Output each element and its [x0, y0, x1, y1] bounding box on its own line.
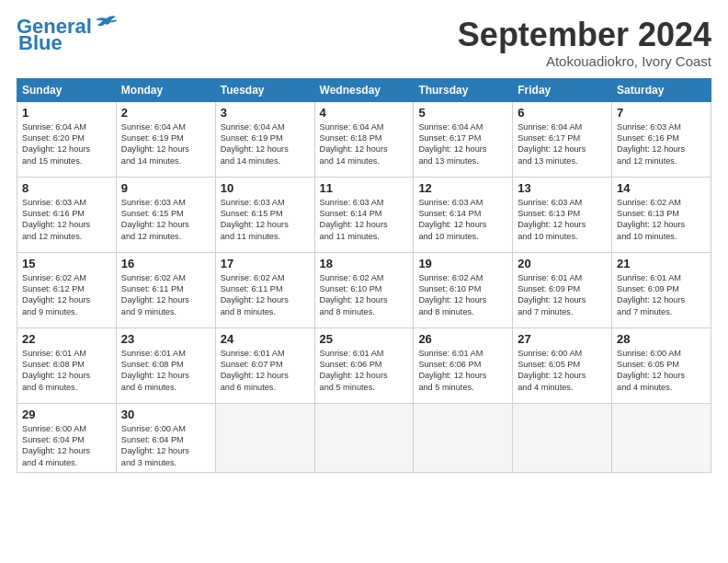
table-row: 26Sunrise: 6:01 AMSunset: 6:06 PMDayligh… — [414, 327, 513, 403]
day-info: Sunrise: 6:03 AMSunset: 6:14 PMDaylight:… — [418, 197, 507, 243]
table-row: 15Sunrise: 6:02 AMSunset: 6:12 PMDayligh… — [17, 252, 117, 327]
table-row: 23Sunrise: 6:01 AMSunset: 6:08 PMDayligh… — [116, 327, 215, 403]
day-number: 14 — [617, 181, 706, 195]
day-info: Sunrise: 6:04 AMSunset: 6:20 PMDaylight:… — [22, 121, 111, 167]
logo-blue: Blue — [18, 31, 63, 55]
day-info: Sunrise: 6:01 AMSunset: 6:08 PMDaylight:… — [22, 348, 111, 394]
table-row: 13Sunrise: 6:03 AMSunset: 6:13 PMDayligh… — [513, 177, 612, 252]
day-number: 1 — [22, 106, 111, 120]
col-wednesday: Wednesday — [314, 78, 414, 101]
logo: General Blue — [17, 17, 119, 55]
header: General Blue September 2024 Atokouadiokr… — [17, 17, 711, 69]
day-info: Sunrise: 6:03 AMSunset: 6:15 PMDaylight:… — [221, 197, 310, 243]
table-row: 25Sunrise: 6:01 AMSunset: 6:06 PMDayligh… — [314, 327, 414, 403]
day-number: 24 — [221, 332, 310, 346]
calendar-week-1: 1Sunrise: 6:04 AMSunset: 6:20 PMDaylight… — [17, 101, 711, 177]
calendar-week-5: 29Sunrise: 6:00 AMSunset: 6:04 PMDayligh… — [17, 403, 711, 473]
col-tuesday: Tuesday — [215, 78, 314, 101]
day-info: Sunrise: 6:01 AMSunset: 6:06 PMDaylight:… — [418, 348, 507, 394]
table-row: 11Sunrise: 6:03 AMSunset: 6:14 PMDayligh… — [314, 177, 414, 252]
calendar-week-3: 15Sunrise: 6:02 AMSunset: 6:12 PMDayligh… — [17, 252, 711, 327]
calendar-header-row: Sunday Monday Tuesday Wednesday Thursday… — [17, 78, 711, 101]
day-info: Sunrise: 6:02 AMSunset: 6:13 PMDaylight:… — [617, 197, 706, 243]
day-number: 15 — [22, 257, 111, 270]
table-row: 8Sunrise: 6:03 AMSunset: 6:16 PMDaylight… — [17, 177, 117, 252]
logo-bird-icon — [94, 15, 119, 35]
day-number: 22 — [22, 332, 111, 346]
day-info: Sunrise: 6:01 AMSunset: 6:08 PMDaylight:… — [121, 348, 210, 394]
day-number: 7 — [617, 106, 706, 120]
table-row: 21Sunrise: 6:01 AMSunset: 6:09 PMDayligh… — [612, 252, 711, 327]
day-number: 3 — [221, 106, 310, 120]
table-row: 9Sunrise: 6:03 AMSunset: 6:15 PMDaylight… — [116, 177, 215, 252]
table-row: 5Sunrise: 6:04 AMSunset: 6:17 PMDaylight… — [414, 101, 513, 177]
col-monday: Monday — [116, 78, 215, 101]
day-number: 11 — [320, 181, 409, 195]
day-number: 30 — [121, 408, 210, 421]
col-thursday: Thursday — [414, 78, 513, 101]
col-sunday: Sunday — [17, 78, 117, 101]
table-row: 17Sunrise: 6:02 AMSunset: 6:11 PMDayligh… — [215, 252, 314, 327]
month-title: September 2024 — [458, 17, 711, 53]
day-info: Sunrise: 6:03 AMSunset: 6:13 PMDaylight:… — [518, 197, 607, 243]
page: General Blue September 2024 Atokouadiokr… — [0, 0, 728, 563]
day-info: Sunrise: 6:01 AMSunset: 6:06 PMDaylight:… — [320, 348, 409, 394]
day-number: 29 — [22, 408, 111, 421]
day-info: Sunrise: 6:00 AMSunset: 6:04 PMDaylight:… — [121, 423, 210, 469]
table-row: 30Sunrise: 6:00 AMSunset: 6:04 PMDayligh… — [116, 403, 215, 473]
day-info: Sunrise: 6:02 AMSunset: 6:10 PMDaylight:… — [320, 272, 409, 318]
day-info: Sunrise: 6:02 AMSunset: 6:10 PMDaylight:… — [418, 272, 507, 318]
table-row — [513, 403, 612, 473]
col-saturday: Saturday — [612, 78, 711, 101]
day-number: 21 — [617, 257, 706, 270]
day-info: Sunrise: 6:04 AMSunset: 6:17 PMDaylight:… — [518, 121, 607, 167]
day-number: 27 — [518, 332, 607, 346]
table-row: 24Sunrise: 6:01 AMSunset: 6:07 PMDayligh… — [215, 327, 314, 403]
day-number: 18 — [320, 257, 409, 270]
day-number: 13 — [518, 181, 607, 195]
table-row: 2Sunrise: 6:04 AMSunset: 6:19 PMDaylight… — [116, 101, 215, 177]
day-info: Sunrise: 6:01 AMSunset: 6:09 PMDaylight:… — [518, 272, 607, 318]
day-number: 26 — [418, 332, 507, 346]
day-number: 6 — [518, 106, 607, 120]
day-number: 5 — [418, 106, 507, 120]
day-number: 20 — [518, 257, 607, 270]
day-number: 25 — [320, 332, 409, 346]
day-info: Sunrise: 6:04 AMSunset: 6:19 PMDaylight:… — [121, 121, 210, 167]
day-info: Sunrise: 6:00 AMSunset: 6:05 PMDaylight:… — [518, 348, 607, 394]
calendar-week-2: 8Sunrise: 6:03 AMSunset: 6:16 PMDaylight… — [17, 177, 711, 252]
table-row: 6Sunrise: 6:04 AMSunset: 6:17 PMDaylight… — [513, 101, 612, 177]
day-number: 12 — [418, 181, 507, 195]
day-info: Sunrise: 6:02 AMSunset: 6:12 PMDaylight:… — [22, 272, 111, 318]
table-row: 3Sunrise: 6:04 AMSunset: 6:19 PMDaylight… — [215, 101, 314, 177]
day-number: 4 — [320, 106, 409, 120]
day-info: Sunrise: 6:00 AMSunset: 6:04 PMDaylight:… — [22, 423, 111, 469]
table-row: 27Sunrise: 6:00 AMSunset: 6:05 PMDayligh… — [513, 327, 612, 403]
table-row: 4Sunrise: 6:04 AMSunset: 6:18 PMDaylight… — [314, 101, 414, 177]
day-number: 17 — [221, 257, 310, 270]
table-row: 7Sunrise: 6:03 AMSunset: 6:16 PMDaylight… — [612, 101, 711, 177]
table-row: 16Sunrise: 6:02 AMSunset: 6:11 PMDayligh… — [116, 252, 215, 327]
calendar-week-4: 22Sunrise: 6:01 AMSunset: 6:08 PMDayligh… — [17, 327, 711, 403]
day-info: Sunrise: 6:03 AMSunset: 6:14 PMDaylight:… — [320, 197, 409, 243]
day-number: 16 — [121, 257, 210, 270]
day-info: Sunrise: 6:04 AMSunset: 6:17 PMDaylight:… — [418, 121, 507, 167]
table-row: 28Sunrise: 6:00 AMSunset: 6:05 PMDayligh… — [612, 327, 711, 403]
day-number: 2 — [121, 106, 210, 120]
col-friday: Friday — [513, 78, 612, 101]
day-info: Sunrise: 6:01 AMSunset: 6:09 PMDaylight:… — [617, 272, 706, 318]
day-number: 10 — [221, 181, 310, 195]
day-info: Sunrise: 6:04 AMSunset: 6:19 PMDaylight:… — [221, 121, 310, 167]
day-info: Sunrise: 6:04 AMSunset: 6:18 PMDaylight:… — [320, 121, 409, 167]
table-row — [414, 403, 513, 473]
day-info: Sunrise: 6:03 AMSunset: 6:15 PMDaylight:… — [121, 197, 210, 243]
day-info: Sunrise: 6:03 AMSunset: 6:16 PMDaylight:… — [22, 197, 111, 243]
day-number: 23 — [121, 332, 210, 346]
table-row: 20Sunrise: 6:01 AMSunset: 6:09 PMDayligh… — [513, 252, 612, 327]
table-row: 22Sunrise: 6:01 AMSunset: 6:08 PMDayligh… — [17, 327, 117, 403]
day-info: Sunrise: 6:02 AMSunset: 6:11 PMDaylight:… — [221, 272, 310, 318]
location-subtitle: Atokouadiokro, Ivory Coast — [458, 53, 711, 69]
day-number: 19 — [418, 257, 507, 270]
day-number: 9 — [121, 181, 210, 195]
table-row — [612, 403, 711, 473]
